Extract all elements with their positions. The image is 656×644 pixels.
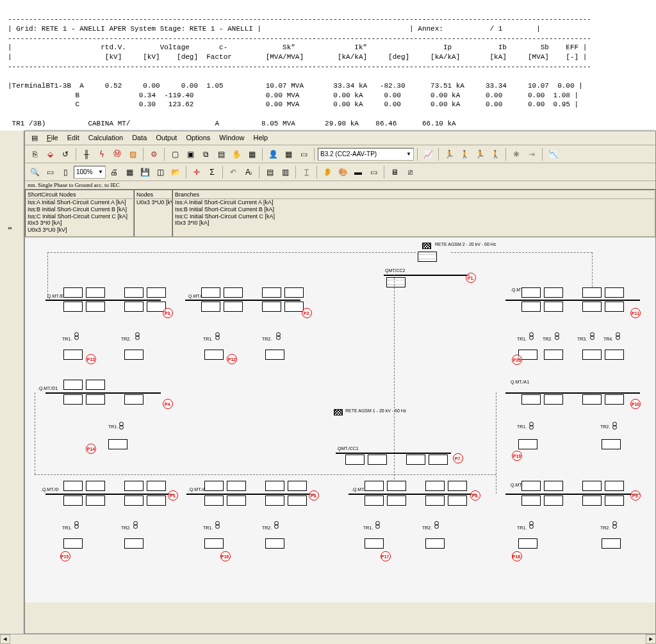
busbar-c[interactable] <box>185 300 300 301</box>
result-box[interactable] <box>201 302 220 312</box>
tool-sheet4-icon[interactable]: ▤ <box>214 147 228 161</box>
tool-breaker-icon[interactable]: ╫ <box>79 147 94 161</box>
new-icon[interactable]: ▯ <box>58 165 72 179</box>
tool-run1-icon[interactable]: 🏃 <box>442 147 456 161</box>
transformer-icon[interactable] <box>528 522 534 531</box>
busbar-f[interactable] <box>348 494 477 495</box>
result-box[interactable] <box>582 495 602 506</box>
tool-icon-2[interactable]: ⬙ <box>43 147 57 161</box>
single-line-diagram[interactable]: RETE AGSM 2 - 20 kV - 60 Hz QMT/CC2 P1. … <box>25 237 655 602</box>
result-box[interactable] <box>86 495 105 506</box>
result-box[interactable] <box>429 455 448 465</box>
result-box[interactable] <box>265 495 284 506</box>
result-box[interactable] <box>262 287 281 298</box>
probe-p6[interactable]: P6. <box>309 490 319 501</box>
busbar-cc1[interactable] <box>336 453 451 454</box>
result-box[interactable] <box>147 495 166 506</box>
result-box[interactable] <box>224 302 243 312</box>
blank-page-icon[interactable]: ▭ <box>43 165 57 179</box>
panel-line[interactable]: I0x3 3*I0 [kA] <box>174 220 654 227</box>
save-icon[interactable]: 💾 <box>138 165 152 179</box>
palette-icon[interactable]: 🎨 <box>336 165 350 179</box>
result-box[interactable] <box>521 287 541 298</box>
zoom-combo[interactable]: 100% ▼ <box>74 166 106 179</box>
probe-p9[interactable]: P9. <box>630 490 641 501</box>
transformer-icon[interactable] <box>589 334 595 342</box>
panel-line[interactable]: U0x3 3*U0 [kV] <box>26 227 133 234</box>
ear-icon[interactable]: 👂 <box>320 165 334 179</box>
result-box[interactable] <box>204 538 224 549</box>
result-box[interactable] <box>387 481 406 491</box>
transformer-icon[interactable] <box>73 522 79 531</box>
result-box[interactable] <box>86 481 105 491</box>
probe-p2[interactable]: P2. <box>302 308 312 318</box>
result-box[interactable] <box>265 538 284 549</box>
result-box[interactable] <box>204 495 224 506</box>
tool-sheet3-icon[interactable]: ⧉ <box>199 147 213 161</box>
tool-person-icon[interactable]: 👤 <box>266 147 280 161</box>
result-box[interactable] <box>86 380 105 390</box>
result-box[interactable] <box>602 538 621 549</box>
result-box[interactable] <box>425 538 445 549</box>
busbar-cc2[interactable] <box>384 275 470 276</box>
transformer-icon[interactable] <box>611 522 618 531</box>
menu-help[interactable]: Help <box>249 133 272 143</box>
result-box[interactable] <box>204 481 224 491</box>
menu-calculation[interactable]: Calculation <box>85 133 127 143</box>
result-box[interactable] <box>124 495 144 506</box>
result-box[interactable] <box>86 287 105 298</box>
result-box[interactable] <box>63 394 83 405</box>
transformer-icon[interactable] <box>134 334 140 342</box>
tool-hand-icon[interactable]: ✋ <box>229 147 243 161</box>
result-box[interactable] <box>284 302 304 312</box>
tool-doc-icon[interactable]: ▭ <box>297 147 311 161</box>
result-box[interactable] <box>605 302 624 312</box>
result-box[interactable] <box>345 455 365 465</box>
layout-icon[interactable]: ▦ <box>122 165 136 179</box>
result-box[interactable] <box>518 538 537 549</box>
undo-icon[interactable]: ↶ <box>226 165 240 179</box>
cross-icon[interactable]: ✛ <box>190 165 204 179</box>
result-box[interactable] <box>605 394 624 405</box>
tool-run3-icon[interactable]: 🏃 <box>473 147 487 161</box>
result-box[interactable] <box>418 252 437 262</box>
tool-icon-3[interactable]: ↺ <box>58 147 72 161</box>
result-box[interactable] <box>124 481 144 491</box>
menu-options[interactable]: Options <box>182 133 214 143</box>
result-box[interactable] <box>147 481 166 491</box>
probe-p17[interactable]: P17. <box>381 551 391 561</box>
external-grid-icon[interactable] <box>334 409 343 415</box>
probe-p1[interactable]: P1. <box>466 273 476 283</box>
zoom-icon[interactable]: 🔍 <box>28 165 42 179</box>
tool-icon-1[interactable]: ⎘ <box>28 147 42 161</box>
strip1-icon[interactable]: ▬ <box>351 165 365 179</box>
result-box[interactable] <box>544 350 563 360</box>
result-box[interactable] <box>582 287 602 298</box>
result-box[interactable] <box>288 481 307 491</box>
result-box[interactable] <box>582 350 602 360</box>
result-box[interactable] <box>544 302 563 312</box>
result-box[interactable] <box>365 481 384 491</box>
tool-camera-icon[interactable]: ▦ <box>245 147 259 161</box>
result-box[interactable] <box>448 495 467 506</box>
result-box[interactable] <box>262 302 281 312</box>
result-box[interactable] <box>224 287 243 298</box>
menu-app-icon[interactable]: ▤ <box>28 133 42 143</box>
cursor-icon[interactable]: ⌶ <box>299 165 313 179</box>
result-box[interactable] <box>582 481 602 491</box>
result-box[interactable] <box>602 439 621 449</box>
result-box[interactable] <box>582 394 602 405</box>
menu-file[interactable]: File <box>43 133 62 143</box>
busbar-a[interactable] <box>186 494 315 495</box>
result-box[interactable] <box>63 287 83 298</box>
busbar-a1[interactable] <box>505 392 640 394</box>
panel-line[interactable]: Iss:B Initial Short-Circuit Current B [k… <box>174 206 654 213</box>
result-box[interactable] <box>365 538 384 549</box>
result-box[interactable] <box>124 287 144 298</box>
probe-p14[interactable]: P14 <box>86 444 96 454</box>
panel-line[interactable]: Iss:B Initial Short-Circuit Current B [k… <box>26 206 133 213</box>
probe-p10[interactable]: P10 <box>630 399 641 409</box>
probe-p3[interactable]: P3. <box>163 308 173 318</box>
result-box[interactable] <box>284 287 304 298</box>
result-box[interactable] <box>544 481 563 491</box>
